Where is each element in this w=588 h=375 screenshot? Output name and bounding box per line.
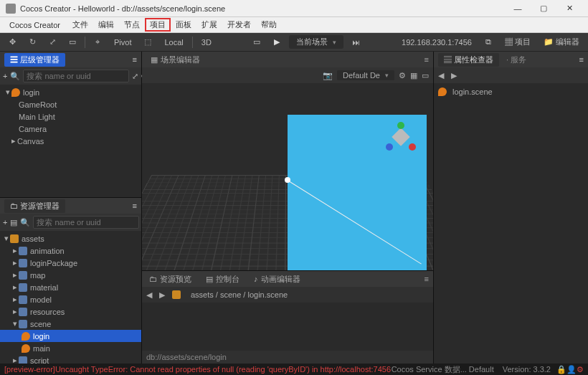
menu-extension[interactable]: 扩展 (196, 18, 222, 32)
scene-file-login[interactable]: login (0, 330, 141, 342)
titlebar: Cocos Creator - Helloworld - db://assets… (0, 0, 588, 17)
folder-row[interactable]: ▸material (0, 281, 141, 293)
menubar: Cocos Creator 文件 编辑 节点 项目 面板 扩展 开发者 帮助 (0, 17, 588, 33)
filter-icon[interactable]: ▤ (10, 218, 17, 227)
menu-file[interactable]: 文件 (67, 18, 93, 32)
folder-row[interactable]: ▸script (0, 354, 141, 364)
folder-row[interactable]: ▸map (0, 269, 141, 281)
refresh-icon[interactable]: ↻ (24, 35, 40, 49)
user-icon[interactable]: 👤 (566, 365, 577, 374)
hamburger-icon[interactable]: ≡ (133, 55, 137, 64)
menu-edit[interactable]: 编辑 (93, 18, 119, 32)
folder-row[interactable]: ▸resources (0, 305, 141, 318)
nav-forward-icon[interactable]: ▶ (159, 290, 165, 300)
add-button[interactable]: + (3, 72, 7, 80)
fire-icon (438, 87, 447, 96)
folder-row[interactable]: ▸model (0, 293, 141, 305)
local-label[interactable]: Local (160, 37, 187, 48)
scene-file-main[interactable]: main (0, 342, 141, 354)
tree-root[interactable]: ▾login (0, 86, 141, 98)
assets-search-row: + ▤ 🔍 ⤢ ⟳ (0, 214, 141, 231)
editor-button[interactable]: 📁 编辑器 (539, 35, 584, 49)
breadcrumb: db://assets/scene/login (142, 351, 433, 364)
search-icon[interactable]: 🔍 (20, 218, 30, 227)
hamburger-icon[interactable]: ≡ (425, 275, 429, 283)
lock-icon[interactable]: 🔒 (556, 365, 566, 374)
move-tool-icon[interactable]: ✥ (4, 35, 20, 49)
menu-node[interactable]: 节点 (119, 18, 145, 32)
hierarchy-search-row: + 🔍 ⤢ ⟳ (0, 67, 141, 85)
device-icon[interactable]: ▭ (249, 35, 265, 49)
tree-node[interactable]: Camera (0, 123, 141, 135)
scene-dropdown[interactable]: 当前场景 (289, 35, 343, 49)
tree-node[interactable]: GameRoot (0, 98, 141, 110)
local-icon[interactable]: ⬚ (140, 35, 156, 49)
tree-node[interactable]: ▸Canvas (0, 135, 141, 147)
mode-3d[interactable]: 3D (197, 37, 216, 48)
grid-icon[interactable]: ▦ (410, 71, 417, 80)
hierarchy-tree: ▾login GameRoot Main Light Camera ▸Canva… (0, 85, 141, 197)
assets-tab[interactable]: 🗀 资源管理器 (4, 199, 65, 213)
separator (192, 37, 193, 48)
camera-icon[interactable]: 📷 (323, 71, 333, 80)
statusbar: [preview-error]Uncaught TypeError: Canno… (0, 364, 588, 375)
server-address[interactable]: 192.168.230.1:7456 (397, 37, 476, 48)
expand-icon[interactable]: ⤢ (132, 72, 138, 81)
close-button[interactable]: ✕ (556, 4, 582, 13)
scene-viewport[interactable] (142, 83, 433, 270)
scale-tool-icon[interactable]: ⤢ (44, 35, 60, 49)
tab-console[interactable]: ▤ 控制台 (203, 272, 242, 286)
play-button[interactable]: ▶ (269, 35, 285, 49)
hamburger-icon[interactable]: ≡ (425, 55, 429, 64)
inspector-tab[interactable]: ▤ 属性检查器 (438, 53, 499, 67)
add-button[interactable]: + (3, 218, 7, 227)
left-column: ☰ 层级管理器 ≡ + 🔍 ⤢ ⟳ ▾login GameRoot Main L… (0, 52, 142, 364)
hamburger-icon[interactable]: ≡ (133, 201, 137, 210)
copy-icon[interactable]: ⧉ (480, 35, 496, 49)
pivot-label[interactable]: Pivot (110, 37, 136, 48)
folder-icon (19, 308, 27, 316)
settings-icon[interactable]: ⚙ (577, 365, 584, 374)
menu-developer[interactable]: 开发者 (222, 18, 256, 32)
hierarchy-tab[interactable]: ☰ 层级管理器 (4, 53, 65, 67)
service-tab[interactable]: · 服务 (502, 53, 531, 67)
tab-animation[interactable]: ♪ 动画编辑器 (251, 272, 303, 286)
axis-y-icon (397, 122, 404, 129)
assets-root[interactable]: ▾assets (0, 232, 141, 245)
tab-asset-preview[interactable]: 🗀 资源预览 (146, 272, 194, 286)
folder-icon (19, 259, 27, 267)
gear-icon[interactable]: ⚙ (399, 71, 406, 80)
menu-panel[interactable]: 面板 (171, 18, 196, 32)
folder-icon (19, 295, 27, 304)
step-icon[interactable]: ⏭ (348, 35, 364, 49)
folder-row[interactable]: ▸loginPackage (0, 257, 141, 269)
menu-help[interactable]: 帮助 (256, 18, 282, 32)
hierarchy-search-input[interactable] (23, 70, 129, 82)
assets-header: 🗀 资源管理器 ≡ (0, 198, 141, 214)
project-button[interactable]: ▦ 项目 (501, 35, 535, 49)
assets-search-input[interactable] (33, 216, 139, 229)
folder-scene[interactable]: ▾scene (0, 318, 141, 330)
inspector-item[interactable]: login.scene (438, 86, 584, 98)
axis-gizmo[interactable] (386, 122, 416, 152)
nav-back-icon[interactable]: ◀ (438, 71, 444, 80)
nav-back-icon[interactable]: ◀ (146, 290, 152, 300)
rect-tool-icon[interactable]: ▭ (65, 35, 80, 49)
scene-editor-tab[interactable]: ▦ 场景编辑器 (146, 53, 204, 67)
nav-forward-icon[interactable]: ▶ (451, 71, 457, 80)
perspective-dropdown[interactable]: Default De (337, 70, 394, 80)
maximize-button[interactable]: ▢ (531, 4, 556, 13)
tree-node[interactable]: Main Light (0, 110, 141, 123)
scene-toolbar: 📷 Default De ⚙ ▦ ▭ (142, 67, 433, 83)
folder-icon (19, 283, 27, 292)
aspect-icon[interactable]: ▭ (422, 71, 429, 80)
folder-row[interactable]: ▸animation (0, 245, 141, 257)
minimize-button[interactable]: — (505, 4, 531, 13)
anchor-icon[interactable]: ⌖ (90, 35, 105, 49)
menu-project[interactable]: 项目 (145, 18, 171, 32)
search-icon[interactable]: 🔍 (10, 72, 20, 81)
bottom-nav: ◀ ▶ assets / scene / login.scene (142, 287, 433, 303)
hamburger-icon[interactable]: ≡ (579, 55, 584, 64)
error-text[interactable]: [preview-error]Uncaught TypeError: Canno… (4, 365, 391, 374)
bottom-tabs: 🗀 资源预览 ▤ 控制台 ♪ 动画编辑器 ≡ (142, 271, 433, 287)
